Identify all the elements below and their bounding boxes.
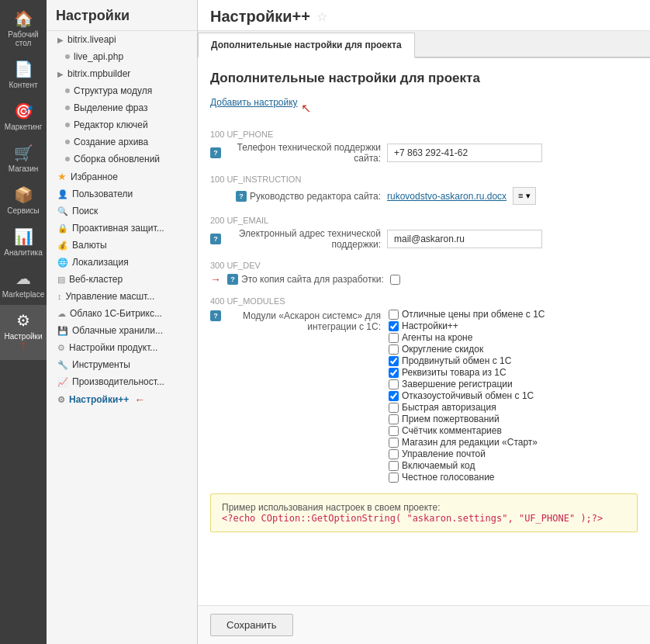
sidebar-item-content[interactable]: 📄Контент: [0, 54, 47, 95]
help-icon-email[interactable]: ?: [210, 234, 221, 244]
help-icon-modules[interactable]: ?: [210, 310, 221, 321]
module-label-14: Честное голосование: [402, 472, 495, 483]
tabs-bar: Дополнительные настройки для проекта: [198, 31, 650, 58]
tree-item-live_api.php[interactable]: live_api.php: [47, 48, 197, 65]
email-input[interactable]: [387, 230, 542, 248]
analytics-icon: 📊: [14, 227, 33, 246]
module-label-5: Реквизиты товара из 1С: [402, 367, 507, 378]
instruction-file-link[interactable]: rukovodstvo-askaron.ru.docx: [387, 191, 507, 202]
tree-item-label: bitrix.liveapi: [67, 34, 116, 45]
sidebar-item-shop[interactable]: 🛒Магазин: [0, 137, 47, 179]
module-checkbox-7[interactable]: [389, 391, 399, 401]
module-item-13: Включаемый код: [389, 460, 545, 471]
tree-item-настройки-продукт...[interactable]: ⚙Настройки продукт...: [47, 339, 197, 356]
help-icon-dev[interactable]: ?: [227, 274, 238, 285]
dev-checkbox[interactable]: [390, 275, 400, 285]
tree-item-облачные-хранили...[interactable]: 💾Облачные хранили...: [47, 322, 197, 339]
storage-icon: 💾: [57, 326, 68, 336]
module-checkbox-5[interactable]: [389, 368, 399, 378]
triangle-icon: ▶: [57, 70, 64, 78]
tree-item-облако-1с-битрикс...[interactable]: ☁Облако 1С-Битрикс...: [47, 305, 197, 322]
module-item-12: Управление почтой: [389, 448, 545, 459]
sidebar-label-services: Сервисы: [7, 206, 39, 215]
module-checkbox-12[interactable]: [389, 449, 399, 459]
tree-item-проактивная-защит...[interactable]: 🔒Проактивная защит...: [47, 220, 197, 237]
tree-item-выделение-фраз[interactable]: Выделение фраз: [47, 99, 197, 116]
tree-nav: Настройки ▶bitrix.liveapilive_api.php▶bi…: [47, 0, 198, 644]
save-button[interactable]: Сохранить: [210, 614, 293, 636]
globe-icon: 🌐: [57, 258, 68, 268]
module-label-1: Настройки++: [402, 320, 458, 331]
sidebar-item-marketing[interactable]: 🎯Маркетинг: [0, 95, 47, 137]
help-icon-phone[interactable]: ?: [210, 147, 221, 158]
tree-item-инструменты[interactable]: 🔧Инструменты: [47, 356, 197, 373]
tree-item-создание-архива[interactable]: Создание архива: [47, 133, 197, 151]
phone-input[interactable]: [387, 144, 542, 162]
sidebar-item-analytics[interactable]: 📊Аналитика: [0, 221, 47, 263]
add-setting-link[interactable]: Добавить настройку: [210, 97, 298, 108]
field-row-dev: → ? Это копия сайта для разработки:: [210, 273, 638, 286]
tree-item-label: Облако 1С-Битрикс...: [70, 308, 162, 319]
module-label-2: Агенты на кроне: [402, 332, 472, 343]
sidebar-label-content: Контент: [9, 81, 37, 89]
tree-item-производительност...[interactable]: 📈Производительност...: [47, 373, 197, 390]
tree-item-label: Настройки продукт...: [69, 342, 157, 353]
instruction-menu-button[interactable]: ≡ ▾: [513, 187, 535, 205]
tree-item-структура-модуля[interactable]: Структура модуля: [47, 82, 197, 99]
tree-item-настройки++[interactable]: ⚙Настройки++←: [47, 390, 197, 409]
field-row-instruction: ? Руководство редактора сайта: rukovodst…: [210, 187, 638, 205]
module-label-8: Быстрая авторизация: [402, 402, 496, 413]
tree-item-label: Инструменты: [72, 359, 130, 370]
info-box-text: Пример использования настроек в своем пр…: [222, 502, 440, 513]
tree-item-валюты[interactable]: 💰Валюты: [47, 237, 197, 254]
module-label-10: Счётчик комментариев: [402, 425, 502, 436]
module-checkbox-1[interactable]: [389, 321, 399, 331]
module-checkbox-13[interactable]: [389, 461, 399, 471]
services-icon: 📦: [14, 185, 33, 204]
module-item-6: Завершение регистрации: [389, 379, 545, 390]
tree-item-управление-масшт...[interactable]: ↕Управление масшт...: [47, 288, 197, 305]
field-group-dev: 300 UF_DEV → ? Это копия сайта для разра…: [210, 261, 638, 286]
tree-item-поиск[interactable]: 🔍Поиск: [47, 203, 197, 220]
tree-item-bitrix.liveapi[interactable]: ▶bitrix.liveapi: [47, 31, 197, 48]
module-item-5: Реквизиты товара из 1С: [389, 367, 545, 378]
save-bar: Сохранить: [198, 605, 650, 644]
dot-icon: [65, 54, 70, 59]
sidebar-item-services[interactable]: 📦Сервисы: [0, 179, 47, 221]
sidebar-label-desktop: Рабочий стол: [3, 30, 43, 47]
field-group-label-modules: 400 UF_MODULES: [210, 296, 638, 306]
module-checkbox-9[interactable]: [389, 414, 399, 424]
module-checkbox-0[interactable]: [389, 310, 399, 320]
tree-item-label: Облачные хранили...: [72, 325, 163, 336]
favorite-star-icon[interactable]: ☆: [316, 9, 327, 24]
tree-item-локализация[interactable]: 🌐Локализация: [47, 254, 197, 271]
module-checkbox-4[interactable]: [389, 356, 399, 366]
module-checkbox-10[interactable]: [389, 426, 399, 436]
tree-item-сборка-обновлений[interactable]: Сборка обновлений: [47, 151, 197, 168]
module-item-11: Магазин для редакции «Старт»: [389, 437, 545, 448]
sidebar-item-desktop[interactable]: 🏠Рабочий стол: [0, 3, 47, 54]
module-checkbox-3[interactable]: [389, 345, 399, 355]
sidebar-item-marketplace[interactable]: ☁Marketplace: [0, 263, 47, 305]
module-checkbox-14[interactable]: [389, 473, 399, 483]
module-checkbox-11[interactable]: [389, 438, 399, 448]
tree-item-веб-кластер[interactable]: ▤Веб-кластер: [47, 271, 197, 288]
module-checkbox-2[interactable]: [389, 333, 399, 343]
module-checkbox-8[interactable]: [389, 403, 399, 413]
tree-item-пользователи[interactable]: 👤Пользователи: [47, 185, 197, 203]
sidebar-item-settings[interactable]: ⚙Настройки↑: [0, 305, 47, 360]
help-icon-instruction[interactable]: ?: [236, 191, 247, 202]
gear-icon: ⚙: [57, 395, 65, 405]
field-group-phone: 100 UF_PHONE ? Телефон технической подде…: [210, 130, 638, 164]
field-row-phone: ? Телефон технической поддержки сайта:: [210, 142, 638, 164]
module-label-12: Управление почтой: [402, 448, 486, 459]
tree-item-bitrix.mpbuilder[interactable]: ▶bitrix.mpbuilder: [47, 65, 197, 82]
performance-icon: 📈: [57, 377, 68, 387]
info-box: Пример использования настроек в своем пр…: [210, 493, 638, 532]
tree-item-редактор-ключей[interactable]: Редактор ключей: [47, 116, 197, 133]
field-label-phone: ? Телефон технической поддержки сайта:: [210, 142, 381, 164]
tree-item-избранное[interactable]: ★Избранное: [47, 168, 197, 185]
field-row-email: ? Электронный адрес технической поддержк…: [210, 228, 638, 250]
module-checkbox-6[interactable]: [389, 379, 399, 390]
tab-additional-settings[interactable]: Дополнительные настройки для проекта: [198, 33, 415, 58]
